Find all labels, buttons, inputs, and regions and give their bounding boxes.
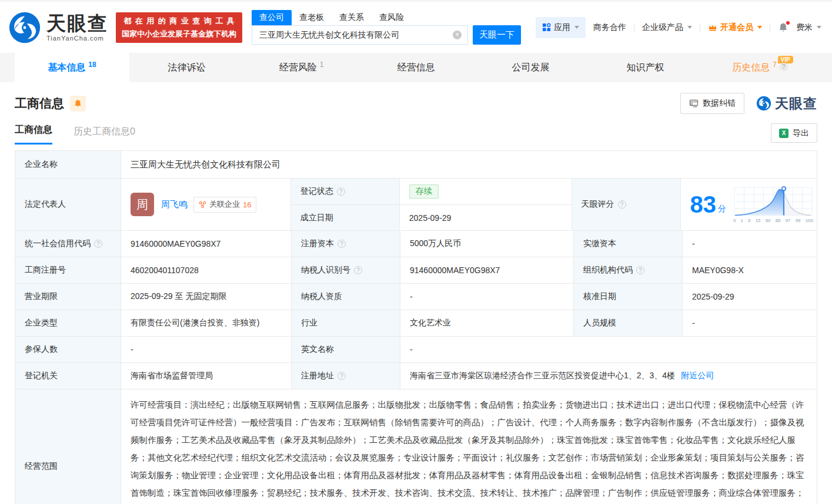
tab-operation-info[interactable]: 经营信息 bbox=[359, 53, 473, 82]
score-value: 83 bbox=[690, 193, 717, 216]
insured-count-label: 参保人数 bbox=[15, 337, 121, 362]
excel-icon bbox=[779, 129, 788, 138]
legal-rep-avatar[interactable]: 周 bbox=[131, 193, 154, 216]
table-row: 成立日期 2025-09-29 bbox=[291, 204, 572, 230]
tab-history-info[interactable]: VIP 历史信息 7 bbox=[703, 53, 817, 82]
help-icon[interactable] bbox=[338, 372, 346, 380]
table-row: 登记机关 海南省市场监督管理局 注册地址 海南省三亚市海棠区琼港经济合作三亚示范… bbox=[15, 363, 817, 389]
company-type-value: 有限责任公司(港澳台投资、非独资) bbox=[121, 310, 292, 336]
tab-label: 经营风险 bbox=[279, 62, 317, 74]
business-cooperation-link[interactable]: 商务合作 bbox=[593, 22, 626, 33]
notification-dot bbox=[786, 21, 790, 25]
table-row: 参保人数 - 英文名称 - bbox=[15, 337, 817, 363]
tab-legal-litigation[interactable]: 法律诉讼 bbox=[129, 53, 244, 82]
tab-operation-risk[interactable]: 经营风险 1 bbox=[244, 53, 359, 82]
logo-title: 天眼查 bbox=[46, 14, 108, 33]
apps-grid-icon bbox=[542, 23, 551, 32]
help-icon[interactable] bbox=[354, 266, 362, 274]
search-tab-company[interactable]: 查公司 bbox=[252, 10, 292, 25]
data-correction-button[interactable]: 数据纠错 bbox=[680, 93, 744, 114]
reg-status-label: 登记状态 bbox=[300, 186, 333, 197]
search-block: 查公司 查老板 查关系 查风险 天眼一下 bbox=[252, 10, 521, 45]
user-menu[interactable]: 费米 bbox=[796, 22, 821, 33]
logo-subtitle: TianYanCha.com bbox=[46, 35, 108, 42]
business-scope-label: 经营范围 bbox=[15, 389, 121, 504]
taxpayer-id-value: 91460000MAEY0G98X7 bbox=[400, 257, 574, 283]
legal-rep-cell: 周 周飞鸣 关联企业 16 bbox=[121, 179, 291, 230]
axis-tick: 85 bbox=[776, 218, 781, 223]
paid-in-capital-value: - bbox=[683, 231, 817, 257]
related-companies-badge[interactable]: 关联企业 16 bbox=[193, 197, 256, 213]
search-input[interactable] bbox=[258, 30, 453, 41]
subtabs-row: 工商信息 历史工商信息0 导出 bbox=[0, 123, 832, 145]
notification-bell[interactable] bbox=[778, 22, 788, 33]
axis-tick: 5 bbox=[748, 218, 750, 223]
subtab-history-business-info[interactable]: 历史工商信息0 bbox=[73, 126, 135, 145]
staff-size-value: - bbox=[683, 310, 817, 336]
tab-count: 18 bbox=[88, 61, 96, 69]
help-icon[interactable] bbox=[94, 240, 102, 248]
related-companies-icon bbox=[199, 201, 206, 209]
tab-label: 公司发展 bbox=[512, 62, 550, 74]
axis-tick: 99 bbox=[796, 218, 801, 223]
crown-icon bbox=[708, 23, 717, 32]
tab-count: 7 bbox=[773, 61, 777, 69]
subtab-business-info[interactable]: 工商信息 bbox=[15, 124, 52, 145]
apps-label: 应用 bbox=[554, 22, 570, 33]
search-button[interactable]: 天眼一下 bbox=[473, 25, 521, 45]
registered-capital-label-cell: 注册资本 bbox=[292, 231, 400, 257]
business-info-table: 企业名称 三亚周大生无忧共创文化科技有限公司 法定代表人 周 周飞鸣 关联企业 … bbox=[15, 150, 817, 504]
score-cell: 83 分 bbox=[681, 179, 817, 230]
score-axis: 0 1 5 15 50 85 97 99 100 bbox=[733, 218, 813, 223]
apps-menu[interactable]: 应用 bbox=[536, 17, 586, 38]
cell-label: 纳税人识别号 bbox=[301, 265, 350, 275]
axis-tick: 1 bbox=[741, 218, 743, 223]
tab-label: 经营信息 bbox=[397, 62, 435, 74]
search-tab-relation[interactable]: 查关系 bbox=[332, 10, 372, 25]
cell-label: 组织机构代码 bbox=[583, 265, 633, 275]
taxpayer-id-label-cell: 纳税人识别号 bbox=[292, 257, 400, 283]
clear-search-icon[interactable] bbox=[453, 31, 462, 39]
staff-size-label: 人员规模 bbox=[574, 310, 683, 336]
search-tab-risk[interactable]: 查风险 bbox=[372, 10, 412, 25]
divider bbox=[634, 23, 634, 32]
registered-capital-value: 5000万人民币 bbox=[400, 231, 574, 257]
vip-badge: VIP bbox=[778, 56, 793, 63]
approval-date-label: 核准日期 bbox=[574, 284, 683, 310]
tab-label: 法律诉讼 bbox=[168, 62, 206, 74]
related-companies-label: 关联企业 bbox=[209, 199, 240, 210]
search-tab-boss[interactable]: 查老板 bbox=[292, 10, 332, 25]
export-button[interactable]: 导出 bbox=[771, 123, 817, 143]
reg-status-label-cell: 登记状态 bbox=[291, 179, 400, 204]
legal-rep-label: 法定代表人 bbox=[15, 179, 121, 230]
tab-company-development[interactable]: 公司发展 bbox=[473, 53, 588, 82]
enterprise-products-menu[interactable]: 企业级产品 bbox=[642, 22, 692, 33]
tianyancha-logo[interactable]: 天眼查 TianYanCha.com bbox=[8, 11, 108, 44]
related-companies-count: 16 bbox=[243, 200, 251, 209]
section-title: 工商信息 bbox=[15, 95, 64, 112]
tab-intellectual-property[interactable]: 知识产权 bbox=[588, 53, 703, 82]
established-date-value: 2025-09-29 bbox=[400, 205, 572, 230]
tab-basic-info[interactable]: 基本信息 18 bbox=[15, 53, 129, 82]
help-icon[interactable] bbox=[636, 266, 644, 274]
registered-address-label-cell: 注册地址 bbox=[292, 363, 400, 389]
help-icon[interactable] bbox=[618, 200, 626, 209]
score-curve bbox=[733, 186, 813, 217]
open-membership-menu[interactable]: 开通会员 bbox=[708, 22, 762, 33]
top-header: 天眼查 TianYanCha.com 都在用的商业查询工具 国家中小企业发展子基… bbox=[0, 0, 832, 53]
taxpayer-qualification-label: 纳税人资质 bbox=[292, 284, 400, 310]
help-icon[interactable] bbox=[338, 240, 346, 248]
table-row: 企业名称 三亚周大生无忧共创文化科技有限公司 bbox=[15, 151, 817, 179]
org-code-value: MAEY0G98-X bbox=[683, 257, 817, 283]
nearby-companies-link[interactable]: 附近公司 bbox=[681, 371, 714, 381]
credit-code-label-cell: 统一社会信用代码 bbox=[15, 231, 121, 257]
business-term-label: 营业期限 bbox=[15, 284, 121, 310]
section-header: 工商信息 数据纠错 天眼查 bbox=[0, 82, 832, 114]
logo-swirl-icon bbox=[8, 11, 41, 44]
help-icon[interactable] bbox=[337, 187, 345, 196]
legal-rep-name-link[interactable]: 周飞鸣 bbox=[161, 199, 188, 210]
approval-date-value: 2025-09-29 bbox=[683, 284, 817, 310]
subscribe-bell-icon[interactable] bbox=[70, 96, 86, 112]
score-unit: 分 bbox=[718, 204, 726, 214]
help-icon[interactable] bbox=[780, 63, 788, 71]
